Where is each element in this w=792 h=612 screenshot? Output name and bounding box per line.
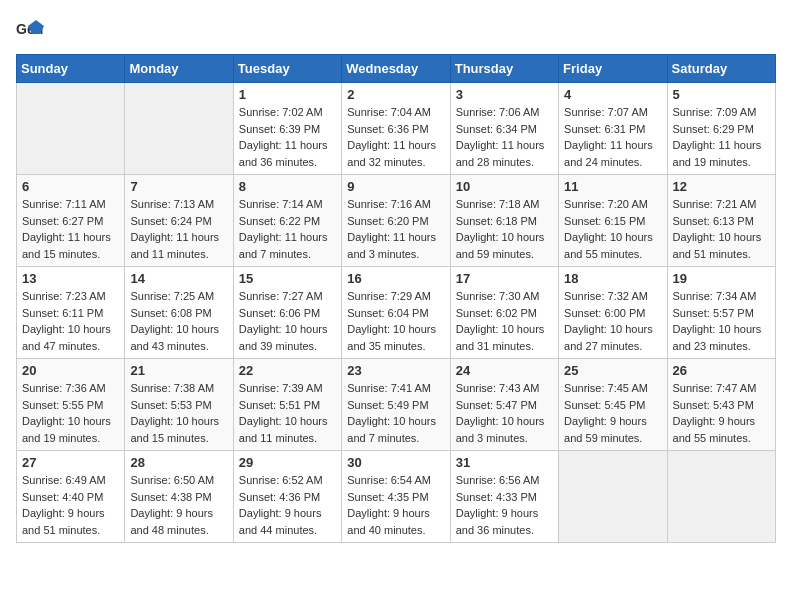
calendar-week: 27Sunrise: 6:49 AMSunset: 4:40 PMDayligh… xyxy=(17,451,776,543)
calendar-cell: 21Sunrise: 7:38 AMSunset: 5:53 PMDayligh… xyxy=(125,359,233,451)
calendar-cell: 14Sunrise: 7:25 AMSunset: 6:08 PMDayligh… xyxy=(125,267,233,359)
calendar-body: 1Sunrise: 7:02 AMSunset: 6:39 PMDaylight… xyxy=(17,83,776,543)
day-number: 17 xyxy=(456,271,553,286)
cell-text: Sunrise: 7:07 AMSunset: 6:31 PMDaylight:… xyxy=(564,106,653,168)
calendar-cell: 13Sunrise: 7:23 AMSunset: 6:11 PMDayligh… xyxy=(17,267,125,359)
header-day: Tuesday xyxy=(233,55,341,83)
cell-text: Sunrise: 7:25 AMSunset: 6:08 PMDaylight:… xyxy=(130,290,219,352)
day-number: 26 xyxy=(673,363,770,378)
day-number: 27 xyxy=(22,455,119,470)
day-number: 20 xyxy=(22,363,119,378)
day-number: 9 xyxy=(347,179,444,194)
calendar-cell: 25Sunrise: 7:45 AMSunset: 5:45 PMDayligh… xyxy=(559,359,667,451)
cell-text: Sunrise: 7:38 AMSunset: 5:53 PMDaylight:… xyxy=(130,382,219,444)
calendar-table: SundayMondayTuesdayWednesdayThursdayFrid… xyxy=(16,54,776,543)
header-day: Friday xyxy=(559,55,667,83)
calendar-cell: 20Sunrise: 7:36 AMSunset: 5:55 PMDayligh… xyxy=(17,359,125,451)
calendar-cell: 28Sunrise: 6:50 AMSunset: 4:38 PMDayligh… xyxy=(125,451,233,543)
cell-text: Sunrise: 7:29 AMSunset: 6:04 PMDaylight:… xyxy=(347,290,436,352)
calendar-cell: 19Sunrise: 7:34 AMSunset: 5:57 PMDayligh… xyxy=(667,267,775,359)
calendar-cell xyxy=(559,451,667,543)
calendar-cell: 26Sunrise: 7:47 AMSunset: 5:43 PMDayligh… xyxy=(667,359,775,451)
cell-text: Sunrise: 7:39 AMSunset: 5:51 PMDaylight:… xyxy=(239,382,328,444)
day-number: 28 xyxy=(130,455,227,470)
calendar-cell: 15Sunrise: 7:27 AMSunset: 6:06 PMDayligh… xyxy=(233,267,341,359)
day-number: 2 xyxy=(347,87,444,102)
day-number: 23 xyxy=(347,363,444,378)
day-number: 5 xyxy=(673,87,770,102)
calendar-cell: 12Sunrise: 7:21 AMSunset: 6:13 PMDayligh… xyxy=(667,175,775,267)
logo: Gen xyxy=(16,16,48,44)
cell-text: Sunrise: 7:09 AMSunset: 6:29 PMDaylight:… xyxy=(673,106,762,168)
calendar-cell: 3Sunrise: 7:06 AMSunset: 6:34 PMDaylight… xyxy=(450,83,558,175)
day-number: 12 xyxy=(673,179,770,194)
calendar-cell: 7Sunrise: 7:13 AMSunset: 6:24 PMDaylight… xyxy=(125,175,233,267)
logo-icon: Gen xyxy=(16,16,44,44)
cell-text: Sunrise: 6:54 AMSunset: 4:35 PMDaylight:… xyxy=(347,474,431,536)
calendar-cell: 27Sunrise: 6:49 AMSunset: 4:40 PMDayligh… xyxy=(17,451,125,543)
calendar-cell: 29Sunrise: 6:52 AMSunset: 4:36 PMDayligh… xyxy=(233,451,341,543)
calendar-cell: 22Sunrise: 7:39 AMSunset: 5:51 PMDayligh… xyxy=(233,359,341,451)
cell-text: Sunrise: 7:04 AMSunset: 6:36 PMDaylight:… xyxy=(347,106,436,168)
header-day: Sunday xyxy=(17,55,125,83)
header-day: Wednesday xyxy=(342,55,450,83)
cell-text: Sunrise: 7:18 AMSunset: 6:18 PMDaylight:… xyxy=(456,198,545,260)
day-number: 11 xyxy=(564,179,661,194)
calendar-cell: 23Sunrise: 7:41 AMSunset: 5:49 PMDayligh… xyxy=(342,359,450,451)
day-number: 24 xyxy=(456,363,553,378)
day-number: 18 xyxy=(564,271,661,286)
day-number: 19 xyxy=(673,271,770,286)
calendar-cell: 6Sunrise: 7:11 AMSunset: 6:27 PMDaylight… xyxy=(17,175,125,267)
day-number: 1 xyxy=(239,87,336,102)
calendar-cell: 1Sunrise: 7:02 AMSunset: 6:39 PMDaylight… xyxy=(233,83,341,175)
calendar-cell xyxy=(125,83,233,175)
cell-text: Sunrise: 6:49 AMSunset: 4:40 PMDaylight:… xyxy=(22,474,106,536)
cell-text: Sunrise: 7:13 AMSunset: 6:24 PMDaylight:… xyxy=(130,198,219,260)
cell-text: Sunrise: 7:32 AMSunset: 6:00 PMDaylight:… xyxy=(564,290,653,352)
cell-text: Sunrise: 7:34 AMSunset: 5:57 PMDaylight:… xyxy=(673,290,762,352)
calendar-week: 6Sunrise: 7:11 AMSunset: 6:27 PMDaylight… xyxy=(17,175,776,267)
calendar-cell: 24Sunrise: 7:43 AMSunset: 5:47 PMDayligh… xyxy=(450,359,558,451)
calendar-week: 20Sunrise: 7:36 AMSunset: 5:55 PMDayligh… xyxy=(17,359,776,451)
cell-text: Sunrise: 7:23 AMSunset: 6:11 PMDaylight:… xyxy=(22,290,111,352)
cell-text: Sunrise: 7:27 AMSunset: 6:06 PMDaylight:… xyxy=(239,290,328,352)
cell-text: Sunrise: 7:41 AMSunset: 5:49 PMDaylight:… xyxy=(347,382,436,444)
calendar-cell: 31Sunrise: 6:56 AMSunset: 4:33 PMDayligh… xyxy=(450,451,558,543)
day-number: 16 xyxy=(347,271,444,286)
calendar-cell: 11Sunrise: 7:20 AMSunset: 6:15 PMDayligh… xyxy=(559,175,667,267)
header-row: SundayMondayTuesdayWednesdayThursdayFrid… xyxy=(17,55,776,83)
calendar-week: 13Sunrise: 7:23 AMSunset: 6:11 PMDayligh… xyxy=(17,267,776,359)
calendar-cell xyxy=(17,83,125,175)
calendar-cell: 18Sunrise: 7:32 AMSunset: 6:00 PMDayligh… xyxy=(559,267,667,359)
cell-text: Sunrise: 7:20 AMSunset: 6:15 PMDaylight:… xyxy=(564,198,653,260)
header-day: Monday xyxy=(125,55,233,83)
cell-text: Sunrise: 7:02 AMSunset: 6:39 PMDaylight:… xyxy=(239,106,328,168)
cell-text: Sunrise: 7:21 AMSunset: 6:13 PMDaylight:… xyxy=(673,198,762,260)
day-number: 29 xyxy=(239,455,336,470)
calendar-cell: 10Sunrise: 7:18 AMSunset: 6:18 PMDayligh… xyxy=(450,175,558,267)
day-number: 13 xyxy=(22,271,119,286)
day-number: 22 xyxy=(239,363,336,378)
cell-text: Sunrise: 7:45 AMSunset: 5:45 PMDaylight:… xyxy=(564,382,648,444)
cell-text: Sunrise: 7:36 AMSunset: 5:55 PMDaylight:… xyxy=(22,382,111,444)
day-number: 31 xyxy=(456,455,553,470)
day-number: 21 xyxy=(130,363,227,378)
day-number: 14 xyxy=(130,271,227,286)
calendar-cell xyxy=(667,451,775,543)
day-number: 3 xyxy=(456,87,553,102)
day-number: 30 xyxy=(347,455,444,470)
cell-text: Sunrise: 7:16 AMSunset: 6:20 PMDaylight:… xyxy=(347,198,436,260)
calendar-cell: 16Sunrise: 7:29 AMSunset: 6:04 PMDayligh… xyxy=(342,267,450,359)
header-day: Saturday xyxy=(667,55,775,83)
cell-text: Sunrise: 7:06 AMSunset: 6:34 PMDaylight:… xyxy=(456,106,545,168)
cell-text: Sunrise: 7:30 AMSunset: 6:02 PMDaylight:… xyxy=(456,290,545,352)
cell-text: Sunrise: 7:14 AMSunset: 6:22 PMDaylight:… xyxy=(239,198,328,260)
cell-text: Sunrise: 7:47 AMSunset: 5:43 PMDaylight:… xyxy=(673,382,757,444)
calendar-cell: 8Sunrise: 7:14 AMSunset: 6:22 PMDaylight… xyxy=(233,175,341,267)
cell-text: Sunrise: 6:56 AMSunset: 4:33 PMDaylight:… xyxy=(456,474,540,536)
cell-text: Sunrise: 6:50 AMSunset: 4:38 PMDaylight:… xyxy=(130,474,214,536)
day-number: 10 xyxy=(456,179,553,194)
calendar-header: SundayMondayTuesdayWednesdayThursdayFrid… xyxy=(17,55,776,83)
header-day: Thursday xyxy=(450,55,558,83)
day-number: 4 xyxy=(564,87,661,102)
